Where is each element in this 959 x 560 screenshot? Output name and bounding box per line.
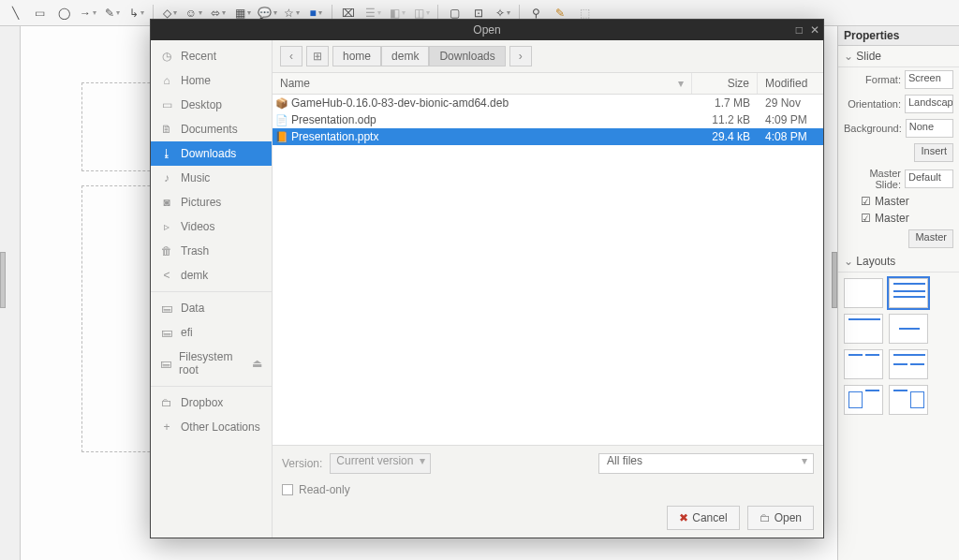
dialog-title: Open (473, 23, 500, 37)
place-efi[interactable]: 🖴efi (151, 320, 272, 345)
place-icon: 🗎 (160, 123, 173, 136)
nav-location-button[interactable]: ⊞ (306, 46, 329, 66)
place-label: Music (181, 171, 210, 184)
tool-arrow-icon[interactable]: → (77, 3, 99, 23)
properties-panel: Properties Slide Format: Screen Orientat… (837, 26, 959, 560)
place-filesystem-root[interactable]: 🖴Filesystem root⏏ (151, 345, 272, 382)
place-icon: 🖴 (160, 357, 171, 370)
panel-handle-left[interactable] (0, 252, 6, 308)
place-label: demk (181, 269, 208, 282)
file-list[interactable]: 📦GameHub-0.16.0-83-dev-bionic-amd64.deb1… (273, 95, 823, 445)
file-icon: 📦 (273, 97, 291, 110)
file-name: GameHub-0.16.0-83-dev-bionic-amd64.deb (291, 96, 692, 110)
tool-line-icon[interactable]: ╲ (4, 3, 26, 23)
layout-blank[interactable] (844, 278, 883, 308)
sort-indicator-icon: ▾ (678, 77, 684, 90)
layout-5[interactable] (844, 349, 883, 379)
place-pictures[interactable]: ◙Pictures (151, 190, 272, 214)
file-icon: 📙 (273, 131, 291, 143)
place-icon: ▭ (160, 98, 173, 111)
place-documents[interactable]: 🗎Documents (151, 117, 272, 141)
place-label: Documents (181, 123, 238, 136)
master-dropdown[interactable]: Default (905, 169, 953, 188)
place-icon: ♪ (160, 171, 173, 184)
file-row[interactable]: 📙Presentation.pptx29.4 kB4:08 PM (273, 128, 823, 145)
file-modified: 4:08 PM (758, 130, 823, 143)
nav-back-button[interactable]: ‹ (280, 46, 302, 66)
file-row[interactable]: 📄Presentation.odp11.2 kB4:09 PM (273, 111, 823, 128)
place-label: Home (181, 74, 211, 87)
file-modified: 29 Nov (758, 96, 823, 110)
open-file-dialog: Open □ ✕ ◷Recent⌂Home▭Desktop🗎Documents⭳… (150, 19, 824, 538)
place-data[interactable]: 🖴Data (151, 296, 272, 320)
master-slide-button[interactable]: Master (908, 229, 953, 248)
format-label: Format: (844, 74, 901, 85)
layout-title-content[interactable] (889, 278, 928, 308)
place-other-locations[interactable]: +Other Locations (151, 415, 272, 439)
version-dropdown[interactable]: Current version (330, 453, 431, 474)
place-trash[interactable]: 🗑Trash (151, 239, 272, 263)
file-row[interactable]: 📦GameHub-0.16.0-83-dev-bionic-amd64.deb1… (273, 95, 823, 111)
layout-7[interactable] (844, 385, 883, 415)
file-size: 11.2 kB (692, 113, 758, 126)
close-icon[interactable]: ✕ (810, 23, 819, 37)
maximize-icon[interactable]: □ (796, 23, 803, 37)
nav-forward-button[interactable]: › (509, 46, 532, 66)
version-label: Version: (282, 457, 322, 470)
breadcrumb-demk[interactable]: demk (381, 46, 429, 66)
background-label: Background: (844, 123, 902, 134)
readonly-checkbox[interactable]: Read-only (282, 483, 814, 496)
place-recent[interactable]: ◷Recent (151, 44, 272, 68)
place-icon: 🗀 (160, 396, 173, 409)
place-music[interactable]: ♪Music (151, 166, 272, 190)
master-obj-checkbox[interactable]: ☑Master (838, 210, 959, 227)
place-icon: ⌂ (160, 74, 173, 87)
filetype-filter-dropdown[interactable]: All files (598, 453, 814, 474)
layouts-section-header[interactable]: Layouts (838, 251, 959, 273)
orientation-dropdown[interactable]: Landscape (905, 95, 953, 113)
file-modified: 4:09 PM (758, 113, 823, 126)
layout-4[interactable] (889, 314, 928, 344)
place-icon: ▹ (160, 220, 173, 233)
eject-icon[interactable]: ⏏ (252, 357, 262, 370)
dialog-titlebar[interactable]: Open □ ✕ (151, 20, 823, 40)
layout-8[interactable] (889, 385, 928, 415)
tool-rect-icon[interactable]: ▭ (28, 3, 51, 23)
background-dropdown[interactable]: None (906, 119, 953, 138)
column-size[interactable]: Size (692, 73, 758, 94)
slide-section-header[interactable]: Slide (838, 46, 959, 67)
breadcrumb-Downloads[interactable]: Downloads (429, 46, 505, 66)
master-bg-checkbox[interactable]: ☑Master (838, 193, 959, 210)
place-home[interactable]: ⌂Home (151, 68, 272, 93)
place-label: Downloads (181, 147, 236, 160)
cancel-button[interactable]: ✖Cancel (667, 506, 739, 530)
place-desktop[interactable]: ▭Desktop (151, 93, 272, 117)
place-icon: ◷ (160, 50, 173, 63)
tool-ellipse-icon[interactable]: ◯ (52, 3, 75, 23)
file-list-header[interactable]: Name▾ Size Modified (273, 72, 823, 95)
column-name[interactable]: Name (280, 77, 310, 90)
place-label: Dropbox (181, 396, 223, 409)
place-label: Desktop (181, 98, 222, 111)
breadcrumb-home[interactable]: home (332, 46, 381, 66)
layout-6[interactable] (889, 349, 928, 379)
insert-image-button[interactable]: Insert (914, 143, 953, 162)
open-button[interactable]: 🗀Open (747, 506, 814, 530)
file-name: Presentation.pptx (291, 130, 692, 143)
orientation-label: Orientation: (844, 98, 901, 110)
place-icon: ◙ (160, 196, 173, 209)
tool-connector-icon[interactable]: ↳ (125, 3, 148, 23)
place-downloads[interactable]: ⭳Downloads (151, 141, 272, 166)
place-videos[interactable]: ▹Videos (151, 214, 272, 239)
file-size: 29.4 kB (692, 130, 758, 143)
open-icon: 🗀 (760, 511, 771, 524)
path-bar: ‹ ⊞ homedemkDownloads › (273, 40, 823, 72)
layout-3[interactable] (844, 314, 883, 344)
place-dropbox[interactable]: 🗀Dropbox (151, 391, 272, 415)
tool-curve-icon[interactable]: ✎ (101, 3, 124, 23)
place-demk[interactable]: <demk (151, 263, 272, 287)
column-modified[interactable]: Modified (758, 73, 823, 94)
properties-title: Properties (838, 26, 959, 46)
format-dropdown[interactable]: Screen (905, 70, 953, 89)
place-label: Videos (181, 220, 214, 233)
